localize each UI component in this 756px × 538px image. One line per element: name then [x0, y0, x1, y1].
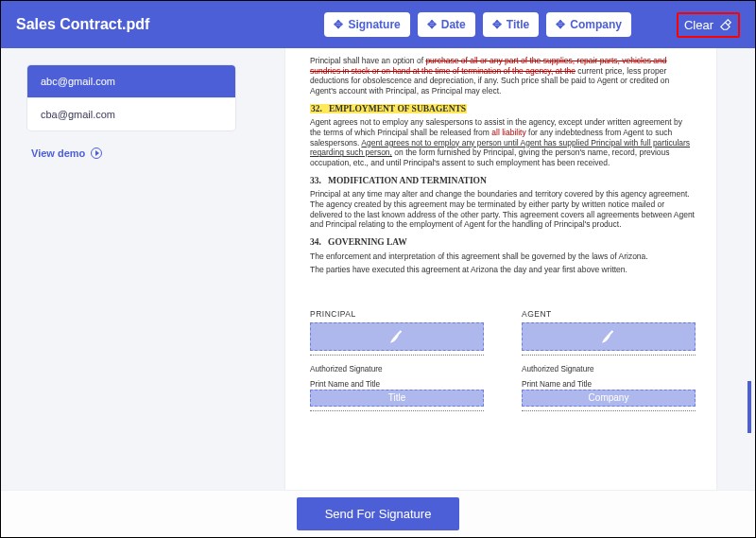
paragraph: Principal shall have an option of purcha…	[310, 56, 696, 96]
signature-tool-button[interactable]: ✥ Signature	[324, 12, 409, 37]
move-icon: ✥	[556, 18, 565, 31]
auth-sig-label: Authorized Signature	[522, 365, 696, 374]
section-34-body-2: The parties have executed this agreement…	[310, 265, 696, 275]
line	[522, 410, 696, 411]
clear-label: Clear	[684, 18, 713, 32]
main-area: abc@gmail.com cba@gmail.com View demo Pr…	[1, 48, 755, 490]
signature-icon	[600, 328, 617, 345]
date-tool-button[interactable]: ✥ Date	[418, 12, 475, 37]
agent-company-field[interactable]: Company	[522, 390, 696, 407]
sidebar: abc@gmail.com cba@gmail.com View demo	[1, 48, 247, 490]
section-33-body: Principal at any time may alter and chan…	[310, 189, 696, 230]
scroll-indicator[interactable]	[747, 381, 751, 433]
title-placeholder: Title	[388, 392, 406, 405]
clear-highlight-box: Clear	[677, 12, 740, 38]
signature-line	[310, 355, 484, 356]
clear-button[interactable]: Clear	[684, 18, 732, 32]
signature-icon	[388, 328, 405, 345]
print-name-label: Print Name and Title	[310, 380, 484, 390]
section-34-body-1: The enforcement and interpretation of th…	[310, 252, 696, 262]
signature-line	[522, 355, 696, 356]
signer-item-1[interactable]: abc@gmail.com	[27, 65, 235, 97]
footer-bar: Send For Signature	[1, 490, 755, 537]
title-tool-label: Title	[507, 18, 529, 31]
send-for-signature-button[interactable]: Send For Signature	[297, 497, 460, 530]
print-name-label: Print Name and Title	[522, 380, 696, 390]
line	[310, 410, 484, 411]
agent-label: AGENT	[522, 309, 696, 320]
section-33-heading: 33. MODIFICATION AND TERMINATION	[310, 176, 696, 187]
section-32-heading: 32. EMPLOYMENT OF SUBAGENTS	[310, 104, 696, 115]
section-34-heading: 34. GOVERNING LAW	[310, 237, 696, 249]
move-icon: ✥	[334, 18, 343, 31]
principal-title-field[interactable]: Title	[310, 390, 484, 407]
agent-column: AGENT Authorized Signature Print Name an…	[522, 309, 696, 421]
title-tool-button[interactable]: ✥ Title	[483, 12, 539, 37]
company-tool-button[interactable]: ✥ Company	[546, 12, 631, 37]
signature-row: PRINCIPAL Authorized Signature Print Nam…	[310, 309, 696, 421]
move-icon: ✥	[427, 18, 437, 31]
eraser-icon	[719, 18, 732, 31]
document-viewport[interactable]: Principal shall have an option of purcha…	[247, 48, 755, 490]
view-demo-label: View demo	[31, 148, 85, 159]
auth-sig-label: Authorized Signature	[310, 365, 484, 374]
move-icon: ✥	[492, 18, 502, 31]
principal-signature-field[interactable]	[310, 322, 484, 351]
date-tool-label: Date	[441, 18, 466, 31]
principal-label: PRINCIPAL	[310, 309, 484, 320]
agent-signature-field[interactable]	[522, 322, 696, 351]
play-icon	[91, 148, 102, 159]
company-tool-label: Company	[570, 18, 622, 31]
principal-column: PRINCIPAL Authorized Signature Print Nam…	[310, 309, 484, 421]
signature-tool-label: Signature	[348, 18, 400, 31]
signer-item-2[interactable]: cba@gmail.com	[27, 97, 235, 130]
company-placeholder: Company	[589, 392, 629, 405]
view-demo-link[interactable]: View demo	[27, 148, 235, 159]
document-page: Principal shall have an option of purcha…	[285, 48, 716, 490]
signer-list: abc@gmail.com cba@gmail.com	[27, 65, 235, 130]
section-32-body: Agent agrees not to employ any salespers…	[310, 117, 696, 167]
top-bar: Sales Contract.pdf ✥ Signature ✥ Date ✥ …	[1, 1, 755, 48]
document-title: Sales Contract.pdf	[16, 16, 149, 33]
field-toolbar: ✥ Signature ✥ Date ✥ Title ✥ Company	[324, 12, 631, 37]
